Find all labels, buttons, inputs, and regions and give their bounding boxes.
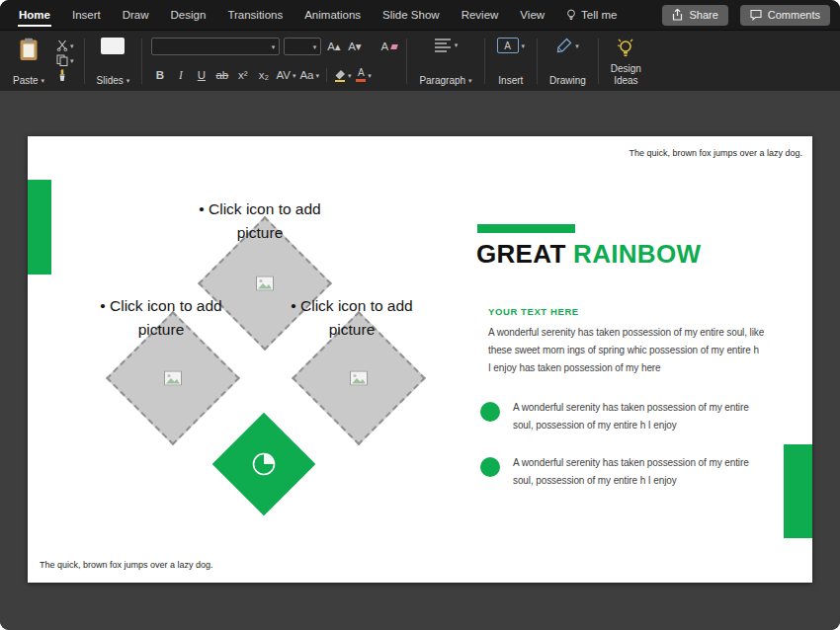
scissors-icon — [56, 39, 68, 51]
chevron-down-icon: ▾ — [126, 77, 130, 84]
font-color-button[interactable]: A ▾ — [356, 66, 373, 84]
drawing-group: ▾ Drawing — [543, 34, 593, 89]
font-size-select[interactable]: ▾ — [284, 38, 321, 55]
pie-chart-icon — [250, 450, 278, 478]
chevron-down-icon: ▾ — [70, 57, 74, 64]
chevron-down-icon: ▾ — [575, 42, 579, 49]
powerpoint-window: Home Insert Draw Design Transitions Anim… — [0, 0, 840, 630]
tab-tell-me[interactable]: Tell me — [555, 0, 628, 30]
group-divider — [406, 39, 407, 84]
slide-title[interactable]: GREAT RAINBOW — [476, 239, 701, 270]
comments-icon — [750, 9, 762, 21]
decrease-font-size-button[interactable]: A▾ — [346, 38, 363, 55]
chevron-down-icon: ▾ — [293, 72, 296, 79]
chevron-down-icon: ▾ — [455, 41, 459, 48]
ribbon: Paste▾ ▾ ▾ Slides▾ — [0, 30, 840, 91]
ribbon-tabs: Home Insert Draw Design Transitions Anim… — [0, 0, 629, 30]
tab-review[interactable]: Review — [451, 0, 510, 30]
group-divider — [84, 39, 85, 84]
paragraph-group: ▾ Paragraph▾ — [412, 34, 478, 89]
new-slide-icon — [101, 38, 125, 54]
placeholder-caption-left[interactable]: • Click icon to add picture — [82, 294, 240, 342]
tab-transitions[interactable]: Transitions — [216, 0, 294, 30]
insert-picture-icon[interactable] — [164, 371, 182, 386]
paragraph-button[interactable]: ▾ Paragraph▾ — [412, 34, 478, 89]
chevron-down-icon: ▾ — [368, 72, 372, 79]
body-line: I enjoy has taken possession of my here — [488, 359, 764, 377]
group-divider — [537, 39, 538, 84]
tab-animations[interactable]: Animations — [294, 0, 372, 30]
change-case-button[interactable]: Aa▾ — [299, 66, 319, 84]
chevron-down-icon: ▾ — [313, 43, 317, 50]
bullet-text: A wonderful serenity has taken possessio… — [513, 454, 762, 490]
placeholder-caption-top[interactable]: • Click icon to add picture — [176, 197, 344, 245]
slides-label: Slides — [97, 75, 124, 86]
pen-icon — [556, 38, 572, 53]
chevron-down-icon: ▾ — [315, 72, 319, 79]
body-paragraph[interactable]: A wonderful serenity has taken possessio… — [488, 324, 764, 377]
tab-draw[interactable]: Draw — [112, 0, 160, 30]
copy-button[interactable]: ▾ — [53, 53, 77, 67]
mini-divider — [326, 68, 327, 82]
increase-font-size-button[interactable]: A▴ — [325, 38, 342, 55]
new-slide-button[interactable]: Slides▾ — [90, 34, 137, 89]
slide-header-text[interactable]: The quick, brown fox jumps over a lazy d… — [629, 148, 802, 158]
paste-label: Paste — [13, 75, 39, 86]
share-icon — [672, 9, 683, 21]
character-spacing-button[interactable]: AV▾ — [276, 66, 295, 84]
tab-insert[interactable]: Insert — [61, 0, 112, 30]
underline-button[interactable]: U — [193, 66, 210, 84]
design-ideas-bulb-icon — [616, 38, 635, 59]
tab-slide-show[interactable]: Slide Show — [372, 0, 451, 30]
paragraph-label: Paragraph — [419, 75, 465, 86]
font-name-select[interactable]: ▾ — [151, 38, 280, 55]
bold-button[interactable]: B — [151, 66, 168, 84]
share-label: Share — [689, 9, 717, 21]
insert-button[interactable]: A ▾ Insert — [490, 34, 533, 89]
kicker-text[interactable]: YOUR TEXT HERE — [488, 306, 579, 317]
bullet-item[interactable]: A wonderful serenity has taken possessio… — [480, 454, 762, 490]
insert-group: A ▾ Insert — [490, 34, 533, 89]
superscript-button[interactable]: x² — [234, 66, 251, 84]
cut-button[interactable]: ▾ — [53, 39, 77, 52]
left-accent-bar[interactable] — [28, 180, 51, 275]
tab-home[interactable]: Home — [8, 0, 61, 30]
clear-formatting-button[interactable]: A — [380, 38, 397, 55]
chevron-down-icon: ▾ — [348, 72, 352, 79]
chevron-down-icon: ▾ — [42, 77, 45, 84]
subscript-button[interactable]: x₂ — [255, 66, 272, 84]
title-word-green: RAINBOW — [573, 239, 701, 269]
text-box-icon: A — [497, 38, 519, 53]
slide[interactable]: The quick, brown fox jumps over a lazy d… — [28, 136, 812, 583]
drawing-button[interactable]: ▾ Drawing — [543, 34, 593, 89]
comments-button[interactable]: Comments — [740, 5, 830, 26]
font-row-1: ▾ ▾ A▴ A▾ A — [151, 38, 397, 55]
font-row-2: B I U ab x² x₂ AV▾ Aa▾ ▾ A — [151, 66, 397, 84]
tab-view[interactable]: View — [509, 0, 555, 30]
share-button[interactable]: Share — [662, 5, 727, 26]
design-ideas-button[interactable]: Design Ideas — [604, 34, 648, 89]
comments-label: Comments — [768, 9, 820, 21]
body-line: these sweet morn ings of spring whic pos… — [488, 342, 764, 359]
insert-picture-icon[interactable] — [350, 371, 368, 386]
highlight-color-button[interactable]: ▾ — [334, 66, 352, 84]
placeholder-caption-right[interactable]: • Click icon to add picture — [273, 294, 431, 342]
strikethrough-button[interactable]: ab — [213, 66, 230, 84]
italic-button[interactable]: I — [172, 66, 189, 84]
bullet-text: A wonderful serenity has taken possessio… — [513, 399, 762, 434]
insert-picture-icon[interactable] — [256, 276, 274, 291]
clear-format-letter: A — [381, 40, 389, 52]
chevron-down-icon: ▾ — [522, 42, 526, 49]
change-case-label: Aa — [299, 69, 313, 81]
paste-clipboard-icon — [19, 38, 39, 61]
group-divider — [484, 39, 485, 84]
topbar-actions: Share Comments — [662, 5, 840, 26]
format-painter-button[interactable] — [53, 68, 77, 83]
group-divider — [141, 39, 142, 84]
paste-button[interactable]: Paste▾ — [6, 34, 51, 89]
chart-diamond[interactable] — [212, 413, 316, 516]
tab-design[interactable]: Design — [160, 0, 217, 30]
right-accent-bar[interactable] — [784, 444, 812, 538]
bullet-item[interactable]: A wonderful serenity has taken possessio… — [480, 399, 762, 434]
slide-footer-text[interactable]: The quick, brown fox jumps over a lazy d… — [40, 560, 213, 570]
